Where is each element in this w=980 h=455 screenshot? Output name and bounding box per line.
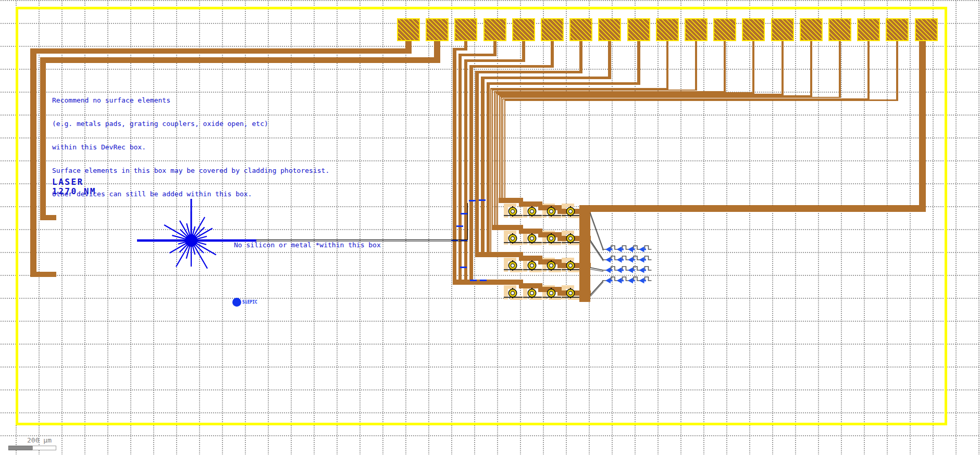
grating-coupler[interactable] <box>605 247 611 252</box>
grating-coupler-tail[interactable] <box>644 270 647 271</box>
grating-coupler[interactable] <box>605 257 611 263</box>
grating-coupler-tail[interactable] <box>622 280 624 282</box>
grating-coupler-tail[interactable] <box>611 280 613 282</box>
layout-editor-stage: Recommend no surface elements (e.g. meta… <box>0 0 980 455</box>
grating-coupler-tail[interactable] <box>633 259 635 261</box>
laser-starburst-center[interactable] <box>185 234 197 247</box>
grating-coupler-tail[interactable] <box>633 270 635 271</box>
grating-coupler-tail[interactable] <box>644 249 647 250</box>
grating-coupler-tail[interactable] <box>611 259 613 261</box>
grating-coupler[interactable] <box>605 278 611 284</box>
layout-canvas[interactable]: Recommend no surface elements (e.g. meta… <box>0 0 980 455</box>
grating-coupler[interactable] <box>617 247 622 252</box>
grating-coupler[interactable] <box>628 247 633 252</box>
grating-coupler[interactable] <box>639 278 644 284</box>
grating-coupler[interactable] <box>628 268 633 273</box>
grating-coupler-tail[interactable] <box>644 280 647 282</box>
waveguide[interactable] <box>590 282 603 297</box>
grating-coupler-tail[interactable] <box>622 249 624 250</box>
grating-coupler-tail[interactable] <box>622 259 624 261</box>
grating-coupler[interactable] <box>617 268 622 273</box>
grating-coupler[interactable] <box>639 257 644 263</box>
scale-bar-filled <box>8 446 33 450</box>
grating-coupler-tail[interactable] <box>611 249 613 250</box>
grating-coupler-tail[interactable] <box>622 270 624 271</box>
grating-coupler[interactable] <box>605 268 611 273</box>
grating-coupler[interactable] <box>628 278 633 284</box>
grating-coupler-tail[interactable] <box>633 249 635 250</box>
grating-coupler[interactable] <box>639 268 644 273</box>
grating-coupler[interactable] <box>617 278 622 284</box>
grating-coupler-tail[interactable] <box>611 270 613 271</box>
scale-bar-label: 200 μm <box>27 436 52 444</box>
waveguide[interactable] <box>590 281 603 295</box>
grating-coupler-tail[interactable] <box>644 259 647 261</box>
grating-coupler[interactable] <box>617 257 622 263</box>
grating-coupler[interactable] <box>639 247 644 252</box>
grating-coupler-tail[interactable] <box>633 280 635 282</box>
waveguide-overlay <box>0 0 980 455</box>
grating-coupler[interactable] <box>628 257 633 263</box>
scale-bar-empty <box>32 446 56 450</box>
waveguide[interactable] <box>590 213 603 249</box>
